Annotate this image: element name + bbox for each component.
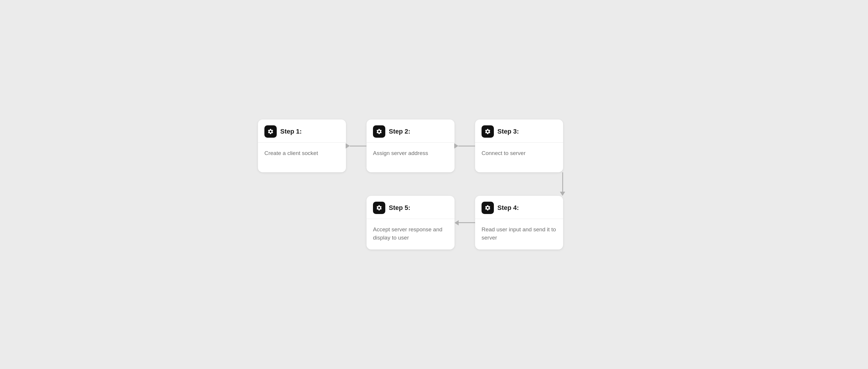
gear-icon-2 — [376, 128, 382, 135]
step-2-card: Step 2: Assign server address — [367, 120, 455, 172]
arrow-2-to-3-head — [454, 143, 458, 149]
step-1-header: Step 1: — [258, 120, 346, 143]
step-3-label: Step 3: — [497, 128, 519, 135]
step-4-label: Step 4: — [497, 204, 519, 212]
step-4-description: Read user input and send it to server — [482, 225, 557, 242]
step-1-body: Create a client socket — [258, 143, 346, 165]
v-arrow-head — [560, 192, 565, 196]
arrow-4-to-5-head — [455, 220, 459, 225]
top-row: Step 1: Create a client socket Step 2: A… — [258, 120, 610, 172]
step-5-body: Accept server response and display to us… — [367, 219, 455, 249]
step-4-card: Step 4: Read user input and send it to s… — [475, 196, 563, 249]
step-2-icon — [373, 125, 385, 138]
step-5-card: Step 5: Accept server response and displ… — [367, 196, 455, 249]
step-2-label: Step 2: — [389, 128, 410, 135]
step-5-description: Accept server response and display to us… — [373, 225, 448, 242]
step-3-body: Connect to server — [475, 143, 563, 165]
step-1-label: Step 1: — [280, 128, 302, 135]
step-4-icon — [482, 202, 494, 214]
step-2-header: Step 2: — [367, 120, 455, 143]
step-4-body: Read user input and send it to server — [475, 219, 563, 249]
arrow-1-to-2 — [346, 143, 367, 149]
step-4-header: Step 4: — [475, 196, 563, 219]
gear-icon-5 — [376, 205, 382, 211]
v-arrow-line — [562, 172, 563, 192]
arrow-4-to-5 — [455, 220, 475, 225]
step-1-description: Create a client socket — [265, 149, 340, 157]
gear-icon-4 — [485, 205, 491, 211]
step-3-description: Connect to server — [482, 149, 557, 157]
step-5-header: Step 5: — [367, 196, 455, 219]
step-1-card: Step 1: Create a client socket — [258, 120, 346, 172]
step-3-card: Step 3: Connect to server — [475, 120, 563, 172]
diagram-wrapper: Step 1: Create a client socket Step 2: A… — [258, 120, 610, 249]
step-5-label: Step 5: — [389, 204, 410, 212]
arrow-1-to-2-head — [346, 143, 350, 149]
step-2-description: Assign server address — [373, 149, 448, 157]
vertical-arrow-row — [258, 172, 610, 196]
gear-icon — [267, 128, 274, 135]
gear-icon-3 — [485, 128, 491, 135]
step-2-body: Assign server address — [367, 143, 455, 165]
step-3-header: Step 3: — [475, 120, 563, 143]
step-1-icon — [265, 125, 277, 138]
v-arrow-wrapper — [562, 172, 563, 196]
arrow-2-to-3 — [455, 143, 475, 149]
bottom-row: Step 5: Accept server response and displ… — [258, 196, 610, 249]
step-5-icon — [373, 202, 385, 214]
step-3-icon — [482, 125, 494, 138]
